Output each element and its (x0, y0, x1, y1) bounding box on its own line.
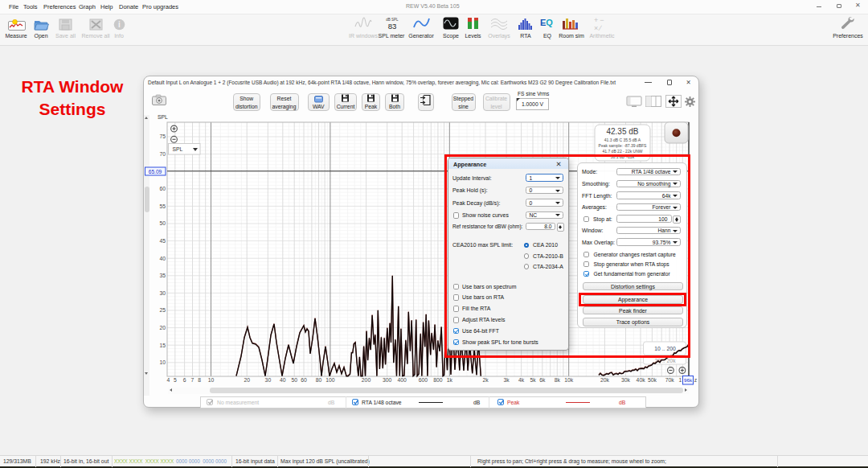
svg-text:i: i (118, 20, 121, 29)
